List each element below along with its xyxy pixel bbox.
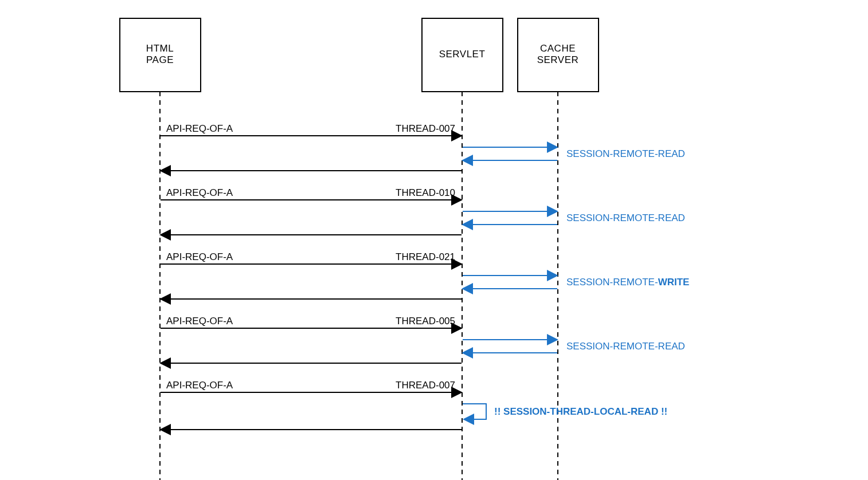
msg4-session-label: SESSION-REMOTE-READ (566, 341, 685, 352)
msg5-self-call (463, 404, 486, 419)
actor-servlet-label: SERVLET (439, 49, 486, 60)
msg2-thread-label: THREAD-010 (396, 187, 455, 198)
msg1-thread-label: THREAD-007 (396, 123, 455, 134)
msg1-session-label: SESSION-REMOTE-READ (566, 148, 685, 159)
msg2-session-label: SESSION-REMOTE-READ (566, 213, 685, 223)
msg3-api-label: API-REQ-OF-A (166, 251, 233, 262)
msg3-thread-label: THREAD-021 (396, 251, 455, 262)
actor-html-page-label2: PAGE (146, 54, 174, 65)
msg5-session-label: !! SESSION-THREAD-LOCAL-READ !! (494, 406, 667, 417)
actor-cache-server-label2: SERVER (537, 54, 579, 65)
msg2-api-label: API-REQ-OF-A (166, 187, 233, 198)
msg5-api-label: API-REQ-OF-A (166, 380, 233, 391)
msg4-api-label: API-REQ-OF-A (166, 316, 233, 326)
msg1-api-label: API-REQ-OF-A (166, 123, 233, 134)
sequence-diagram: HTML PAGE SERVLET CACHE SERVER API-REQ-O… (0, 0, 868, 480)
actor-cache-server-label1: CACHE (540, 43, 576, 54)
actor-html-page-label1: HTML (146, 43, 174, 54)
msg4-thread-label: THREAD-005 (396, 316, 455, 326)
msg3-session-label: SESSION-REMOTE-WRITE (566, 277, 689, 288)
msg5-thread-label: THREAD-007 (396, 380, 455, 391)
